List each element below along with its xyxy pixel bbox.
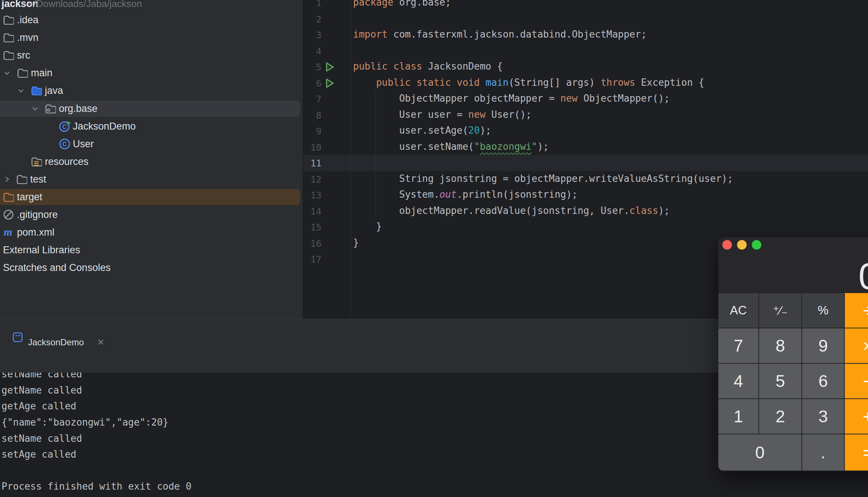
tree-item-jacksondemo[interactable]: CJacksonDemo	[0, 117, 303, 135]
package-folder-icon	[45, 104, 56, 113]
tree-item--gitignore[interactable]: .gitignore	[0, 206, 303, 223]
code-line[interactable]: public class JacksonDemo {	[353, 61, 503, 72]
code-token: throws	[601, 77, 635, 88]
code-line[interactable]: }	[353, 237, 359, 248]
code-token: .println(jsonstring);	[457, 189, 578, 200]
console-line: Process finished with exit code 0	[1, 481, 192, 492]
tree-item-pom-xml[interactable]: mpom.xml	[0, 223, 303, 241]
code-token: new	[468, 109, 485, 120]
calc-key-9[interactable]: 9	[802, 328, 844, 363]
tree-item--mvn[interactable]: .mvn	[0, 29, 303, 46]
project-tree-panel[interactable]: jackson ~/Downloads/Jaba/jackson .idea.m…	[0, 0, 303, 319]
code-token: }	[353, 237, 359, 248]
calc-key-divide[interactable]: ÷	[845, 293, 868, 328]
code-line[interactable]: }	[353, 221, 382, 232]
tree-item-label: pom.xml	[17, 227, 54, 238]
traffic-light-close[interactable]	[722, 240, 732, 250]
calc-key-5[interactable]: 5	[759, 364, 801, 398]
line-number: 9	[303, 126, 321, 137]
code-line[interactable]: import com.fasterxml.jackson.databind.Ob…	[353, 29, 647, 40]
tree-item-target[interactable]: target	[0, 188, 303, 206]
line-number: 10	[303, 142, 321, 153]
code-token: user.setAge(	[353, 125, 468, 136]
code-token: "	[531, 141, 537, 152]
tree-item-resources[interactable]: resources	[0, 153, 303, 170]
code-token: User user =	[353, 109, 468, 120]
calc-key-3[interactable]: 3	[802, 399, 844, 434]
class-icon: C	[59, 138, 71, 150]
traffic-light-zoom[interactable]	[752, 240, 761, 250]
project-root-row[interactable]: jackson ~/Downloads/Jaba/jackson	[0, 0, 303, 13]
code-line[interactable]: public static void main(String[] args) t…	[353, 77, 704, 88]
tree-item--idea[interactable]: .idea	[0, 11, 303, 29]
calculator-window[interactable]: 0 AC⁺⁄₋%÷789×456−123+0.=	[718, 237, 868, 471]
code-token: user.setName(	[353, 141, 474, 152]
code-token: import	[353, 29, 388, 40]
calc-key-multiply[interactable]: ×	[845, 328, 868, 363]
tree-item-label: resources	[45, 156, 89, 167]
code-line[interactable]: user.setName("baozongwi");	[353, 141, 549, 152]
calc-key-8[interactable]: 8	[759, 328, 801, 363]
run-arrow-icon[interactable]	[325, 62, 334, 71]
chevron-down-icon[interactable]	[31, 105, 39, 113]
calc-key-7[interactable]: 7	[718, 328, 758, 363]
code-line[interactable]: String jsonstring = objectMapper.writeVa…	[353, 173, 733, 184]
calc-key-4[interactable]: 4	[718, 364, 758, 398]
run-arrow-icon[interactable]	[325, 78, 334, 88]
calc-key-1[interactable]: 1	[718, 399, 758, 434]
class-run-icon: C	[59, 120, 71, 132]
code-line[interactable]: System.out.println(jsonstring);	[353, 189, 578, 200]
code-token: }	[353, 221, 382, 232]
run-tab-jacksondemo[interactable]: JacksonDemo ✕	[7, 331, 110, 354]
tree-item-label: JacksonDemo	[73, 120, 136, 132]
code-line[interactable]: user.setAge(20);	[353, 125, 491, 136]
svg-text:C: C	[63, 141, 67, 148]
run-console-icon	[13, 332, 23, 344]
tree-item-label: target	[17, 191, 42, 203]
line-number: 12	[303, 174, 321, 185]
code-line[interactable]: ObjectMapper objectMapper = new ObjectMa…	[353, 93, 670, 104]
code-token: org.base;	[394, 0, 451, 8]
calc-key-2[interactable]: 2	[759, 399, 801, 434]
code-token: main	[485, 77, 509, 88]
line-number: 15	[303, 222, 321, 233]
tree-item-label: src	[17, 50, 30, 61]
tree-item-java[interactable]: java	[0, 82, 303, 99]
chevron-down-icon[interactable]	[17, 87, 25, 95]
calc-key-minus[interactable]: −	[845, 364, 868, 398]
tree-item-test[interactable]: test	[0, 170, 303, 188]
excluded-row-highlight	[0, 189, 300, 205]
tree-item-main[interactable]: main	[0, 64, 303, 82]
console-output[interactable]: setName calledgetName calledgetAge calle…	[0, 373, 718, 497]
chevron-down-icon[interactable]	[3, 69, 11, 77]
code-token: 20	[468, 125, 480, 136]
calc-key-plus[interactable]: +	[845, 399, 868, 434]
calc-key-AC[interactable]: AC	[718, 293, 758, 328]
calc-key-equals[interactable]: =	[845, 434, 868, 470]
calc-key-6[interactable]: 6	[802, 364, 844, 398]
calc-key-dot[interactable]: .	[802, 434, 844, 470]
line-number: 14	[303, 206, 321, 217]
tree-item-user[interactable]: CUser	[0, 135, 303, 153]
console-line: setName called	[1, 373, 82, 380]
tree-item-label: .mvn	[17, 32, 39, 43]
calc-key-percent[interactable]: %	[802, 293, 844, 328]
close-icon[interactable]: ✕	[97, 337, 104, 348]
code-token	[480, 77, 485, 88]
tree-item-label: .idea	[17, 14, 39, 26]
code-token: JacksonDemo {	[422, 61, 503, 72]
code-line[interactable]: objectMapper.readValue(jsonstring, User.…	[353, 205, 670, 216]
code-line[interactable]: package org.base;	[353, 0, 451, 8]
code-token: ObjectMapper objectMapper =	[353, 93, 561, 104]
tree-item-external-libraries[interactable]: External Libraries	[0, 241, 303, 259]
tree-item-org-base[interactable]: org.base	[0, 100, 303, 117]
calc-key-sign[interactable]: ⁺⁄₋	[759, 293, 801, 328]
tree-item-scratches-and-consoles[interactable]: Scratches and Consoles	[0, 259, 303, 276]
chevron-right-icon[interactable]	[3, 175, 11, 183]
tree-item-src[interactable]: src	[0, 46, 303, 64]
calc-key-0[interactable]: 0	[718, 434, 801, 470]
code-line[interactable]: User user = new User();	[353, 109, 531, 120]
line-number: 6	[303, 78, 321, 89]
code-token: (String[] args)	[509, 77, 601, 88]
traffic-light-minimize[interactable]	[737, 240, 747, 250]
